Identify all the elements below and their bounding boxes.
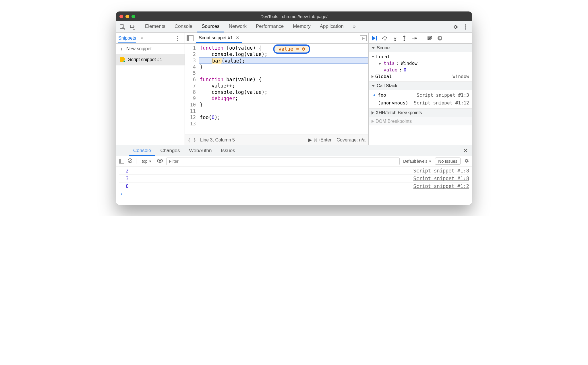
tab-sources[interactable]: Sources <box>197 21 224 32</box>
cursor-position: Line 3, Column 5 <box>200 137 235 143</box>
drawer-menu-icon[interactable]: ⋮ <box>118 147 128 154</box>
xhr-breakpoints-header[interactable]: XHR/fetch Breakpoints <box>369 108 472 117</box>
traffic-lights <box>119 15 135 18</box>
editor-tab[interactable]: Script snippet #1 ✕ <box>196 33 242 43</box>
editor-tab-label: Script snippet #1 <box>199 35 233 40</box>
step-into-icon[interactable] <box>393 35 397 41</box>
context-selector[interactable]: top ▼ <box>140 158 154 164</box>
console-toolbar: top ▼ Default levels ▼ No Issues <box>116 156 472 166</box>
stack-frame[interactable]: (anonymous)Script snippet #1:12 <box>372 99 472 107</box>
drawer-tab-console[interactable]: Console <box>129 145 155 156</box>
editor-tabbar: Script snippet #1 ✕ ▶ <box>185 33 368 44</box>
snippets-panel: Snippets » ⋮ ＋ New snippet Script snippe… <box>116 33 185 145</box>
levels-selector[interactable]: Default levels ▼ <box>403 159 432 164</box>
dom-breakpoints-header[interactable]: DOM Breakpoints <box>369 117 472 125</box>
titlebar: DevTools - chrome://new-tab-page/ <box>116 11 472 21</box>
scope-value[interactable]: value: 0 <box>372 67 472 73</box>
drawer-close-icon[interactable]: ✕ <box>461 147 470 154</box>
console-settings-icon[interactable] <box>464 158 469 164</box>
settings-icon[interactable] <box>450 21 461 32</box>
svg-point-8 <box>394 39 396 41</box>
console-output[interactable]: 2Script snippet #1:83Script snippet #1:8… <box>116 166 472 205</box>
run-snippet-icon[interactable]: ▶ <box>360 35 367 41</box>
scope-this[interactable]: ▸this: Window <box>372 60 472 67</box>
new-snippet-label: New snippet <box>126 46 152 51</box>
snippets-header: Snippets » ⋮ <box>116 33 185 44</box>
svg-rect-14 <box>440 37 441 39</box>
plus-icon: ＋ <box>119 45 124 52</box>
drawer-tabbar: ⋮ ConsoleChangesWebAuthnIssues ✕ <box>116 145 472 156</box>
inspect-icon[interactable] <box>117 21 127 32</box>
snippet-item[interactable]: Script snippet #1 <box>116 54 185 65</box>
close-window-icon[interactable] <box>119 15 123 18</box>
scope-local[interactable]: Local <box>372 53 472 60</box>
svg-point-18 <box>159 160 161 162</box>
main-tabbar: ElementsConsoleSourcesNetworkPerformance… <box>116 21 472 33</box>
drawer-tab-webauthn[interactable]: WebAuthn <box>185 145 216 156</box>
svg-line-16 <box>129 159 131 162</box>
callstack-body: ➔fooScript snippet #1:3(anonymous)Script… <box>369 90 472 108</box>
svg-point-9 <box>404 39 405 41</box>
navigator-toggle-icon[interactable] <box>187 35 194 41</box>
zoom-window-icon[interactable] <box>131 15 135 18</box>
inline-value-badge: value = 0 <box>273 44 310 54</box>
tab-elements[interactable]: Elements <box>140 21 170 32</box>
tabs-overflow[interactable]: » <box>348 21 360 32</box>
tab-memory[interactable]: Memory <box>288 21 315 32</box>
svg-point-5 <box>465 28 466 30</box>
line-gutter: 12345678910111213 <box>185 44 199 135</box>
issues-button[interactable]: No Issues <box>435 158 461 165</box>
scope-header[interactable]: Scope <box>369 44 472 52</box>
svg-point-12 <box>438 36 442 40</box>
kebab-menu-icon[interactable] <box>461 21 471 32</box>
pause-exceptions-icon[interactable] <box>437 36 442 41</box>
resume-icon[interactable] <box>372 36 377 41</box>
svg-point-4 <box>465 26 466 28</box>
tab-console[interactable]: Console <box>170 21 197 32</box>
drawer-tab-issues[interactable]: Issues <box>217 145 239 156</box>
run-shortcut: ▶ ⌘+Enter <box>308 137 331 143</box>
code-area[interactable]: 12345678910111213 value = 0 function foo… <box>185 44 368 135</box>
console-row: 2Script snippet #1:8 <box>119 167 469 175</box>
drawer-tab-changes[interactable]: Changes <box>156 145 184 156</box>
console-row: 0Script snippet #1:2 <box>119 182 469 190</box>
tab-performance[interactable]: Performance <box>251 21 288 32</box>
console-sidebar-toggle-icon[interactable] <box>119 159 124 164</box>
deactivate-breakpoints-icon[interactable] <box>427 36 433 41</box>
clear-console-icon[interactable] <box>127 158 133 164</box>
console-prompt[interactable]: › <box>119 190 469 198</box>
step-over-icon[interactable] <box>382 36 388 41</box>
device-toggle-icon[interactable] <box>127 21 138 32</box>
svg-rect-13 <box>439 37 440 39</box>
svg-point-3 <box>465 24 466 26</box>
tab-application[interactable]: Application <box>315 21 348 32</box>
close-tab-icon[interactable]: ✕ <box>236 35 239 40</box>
devtools-window: DevTools - chrome://new-tab-page/ Elemen… <box>116 11 472 205</box>
step-out-icon[interactable] <box>402 35 407 41</box>
filter-input[interactable] <box>166 158 400 165</box>
stack-frame[interactable]: ➔fooScript snippet #1:3 <box>372 91 472 99</box>
scope-global[interactable]: GlobalWindow <box>372 73 472 80</box>
code-lines: value = 0 function foo(value) { console.… <box>199 44 368 135</box>
snippet-file-icon <box>120 57 125 62</box>
live-expression-icon[interactable] <box>157 159 163 164</box>
drawer: ⋮ ConsoleChangesWebAuthnIssues ✕ top ▼ D… <box>116 145 472 205</box>
snippets-menu-icon[interactable]: ⋮ <box>173 35 182 42</box>
step-icon[interactable] <box>411 36 417 40</box>
tab-network[interactable]: Network <box>224 21 251 32</box>
minimize-window-icon[interactable] <box>125 15 129 18</box>
pretty-print-icon[interactable]: { } <box>188 137 196 143</box>
callstack-header[interactable]: Call Stack <box>369 81 472 90</box>
debugger-panel: Scope Local ▸this: Window value: 0 Globa… <box>369 33 472 145</box>
debugger-toolbar <box>369 33 472 44</box>
new-snippet-button[interactable]: ＋ New snippet <box>116 44 185 54</box>
svg-point-7 <box>384 39 386 40</box>
window-title: DevTools - chrome://new-tab-page/ <box>116 14 472 19</box>
editor-statusbar: { } Line 3, Column 5 ▶ ⌘+Enter Coverage:… <box>185 135 368 145</box>
snippets-overflow[interactable]: » <box>141 36 143 41</box>
console-row: 3Script snippet #1:8 <box>119 175 469 182</box>
svg-point-10 <box>416 38 417 39</box>
editor-panel: Script snippet #1 ✕ ▶ 12345678910111213 … <box>185 33 369 145</box>
svg-rect-6 <box>376 36 377 40</box>
snippets-tab[interactable]: Snippets <box>118 36 136 43</box>
